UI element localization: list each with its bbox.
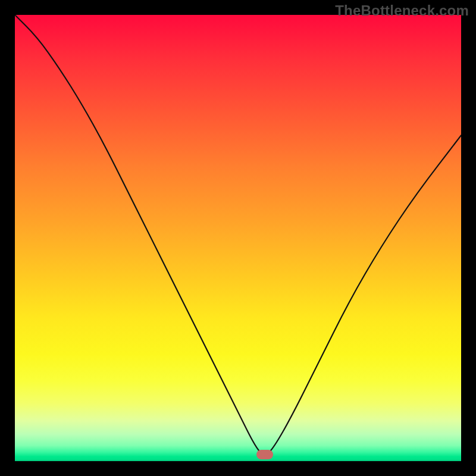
watermark-text: TheBottleneck.com (335, 2, 469, 19)
bottleneck-curve (15, 15, 461, 455)
bottom-edge (15, 460, 461, 461)
plot-area (15, 15, 461, 461)
chart-frame: TheBottleneck.com (0, 0, 476, 476)
optimum-marker (256, 450, 273, 459)
curve-layer (15, 15, 461, 461)
